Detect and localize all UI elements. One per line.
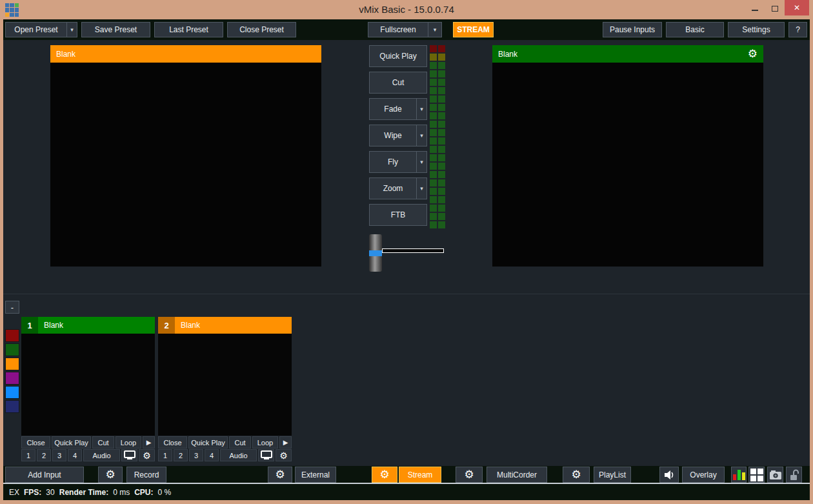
snapshot-button[interactable] <box>767 467 783 483</box>
output-monitor: Blank ⚙ <box>492 45 763 267</box>
save-preset-button[interactable]: Save Preset <box>81 22 150 37</box>
fade-button[interactable]: Fade ▾ <box>369 98 427 120</box>
input-1-quick-play-button[interactable]: Quick Play <box>52 436 91 449</box>
fullscreen-button[interactable]: Fullscreen ▾ <box>368 22 442 37</box>
unlocked-padlock-icon <box>789 469 799 481</box>
pause-inputs-button[interactable]: Pause Inputs <box>603 22 662 37</box>
input-2-overlay-1-button[interactable]: 1 <box>158 449 172 461</box>
record-settings-button[interactable]: ⚙ <box>98 467 123 483</box>
top-toolbar: Open Preset ▾ Save Preset Last Preset Cl… <box>3 19 810 40</box>
fly-button[interactable]: Fly ▾ <box>369 151 427 173</box>
input-2-loop-button[interactable]: Loop <box>252 436 278 449</box>
color-swatch-green[interactable] <box>5 343 19 356</box>
fade-label: Fade <box>370 99 416 119</box>
meter-cell <box>438 137 445 145</box>
input-2-thumbnail[interactable] <box>158 334 292 436</box>
input-1-play-button[interactable]: ▶ <box>143 436 155 449</box>
monitor-icon <box>124 450 136 460</box>
ftb-button[interactable]: FTB <box>369 204 427 226</box>
input-1-close-button[interactable]: Close <box>21 436 50 449</box>
color-swatch-blue[interactable] <box>5 386 19 399</box>
fade-dropdown[interactable]: ▾ <box>416 99 427 119</box>
input-1-overlay-2-button[interactable]: 2 <box>37 449 51 461</box>
input-1-thumbnail[interactable] <box>21 334 155 436</box>
input-2-cut-button[interactable]: Cut <box>229 436 251 449</box>
input-2-quick-play-button[interactable]: Quick Play <box>188 436 228 449</box>
input-1-loop-button[interactable]: Loop <box>115 436 141 449</box>
overlay-button[interactable]: Overlay <box>682 467 725 483</box>
input-1-audio-button[interactable]: Audio <box>83 449 120 461</box>
input-2-overlay-row: 1 2 3 4 Audio ⚙ <box>158 449 292 461</box>
maximize-button[interactable] <box>765 0 785 15</box>
audio-meter-right-column <box>438 45 445 228</box>
stream-settings-button[interactable]: ⚙ <box>372 467 397 483</box>
title-bar: vMix Basic - 15.0.0.74 ✕ <box>0 0 813 19</box>
input-2-overlay-2-button[interactable]: 2 <box>174 449 188 461</box>
audio-levels-button[interactable] <box>731 467 747 483</box>
close-button[interactable]: ✕ <box>785 0 809 15</box>
zoom-dropdown[interactable]: ▾ <box>416 178 427 199</box>
input-1-overlay-3-button[interactable]: 3 <box>52 449 66 461</box>
basic-button[interactable]: Basic <box>666 22 724 37</box>
meter-cell <box>430 154 437 161</box>
playlist-settings-button[interactable]: ⚙ <box>563 467 590 483</box>
output-settings-gear-icon[interactable]: ⚙ <box>748 48 758 59</box>
open-preset-dropdown[interactable]: ▾ <box>66 23 77 37</box>
multicorder-button[interactable]: MultiCorder <box>487 467 547 483</box>
minimize-button[interactable] <box>745 0 765 15</box>
settings-button[interactable]: Settings <box>728 22 785 37</box>
input-1-cut-button[interactable]: Cut <box>92 436 114 449</box>
input-1-settings-button[interactable]: ⚙ <box>139 449 155 461</box>
close-icon: ✕ <box>794 3 800 12</box>
wipe-label: Wipe <box>370 125 416 146</box>
tbar-handle[interactable] <box>369 234 382 272</box>
input-2-audio-button[interactable]: Audio <box>220 449 257 461</box>
input-2-settings-button[interactable]: ⚙ <box>276 449 292 461</box>
input-2-overlay-3-button[interactable]: 3 <box>189 449 203 461</box>
open-preset-button[interactable]: Open Preset ▾ <box>5 22 77 37</box>
input-2-close-button[interactable]: Close <box>158 436 187 449</box>
section-divider <box>3 294 810 294</box>
last-preset-button[interactable]: Last Preset <box>154 22 223 37</box>
transition-panel: Quick Play Cut Fade ▾ Wipe ▾ Fly ▾ Zoom … <box>369 45 427 226</box>
color-swatch-purple[interactable] <box>5 372 19 385</box>
meter-cell <box>438 163 445 170</box>
zoom-button[interactable]: Zoom ▾ <box>369 177 427 199</box>
multiview-button[interactable] <box>748 467 765 483</box>
input-1-fullscreen-button[interactable] <box>121 449 137 461</box>
close-preset-button[interactable]: Close Preset <box>227 22 296 37</box>
wipe-button[interactable]: Wipe ▾ <box>369 125 427 146</box>
input-2-overlay-4-button[interactable]: 4 <box>205 449 219 461</box>
cut-button[interactable]: Cut <box>369 72 427 94</box>
color-swatch-column <box>5 329 19 413</box>
help-button[interactable]: ? <box>788 22 807 37</box>
input-1-overlay-1-button[interactable]: 1 <box>21 449 35 461</box>
stream-indicator-button[interactable]: STREAM <box>453 22 494 37</box>
maximize-icon <box>772 6 778 12</box>
color-swatch-navy[interactable] <box>5 400 19 413</box>
external-button[interactable]: External <box>295 467 336 483</box>
meter-cell <box>430 163 437 170</box>
playlist-button[interactable]: PlayList <box>594 467 631 483</box>
audio-mixer-button[interactable] <box>659 467 679 483</box>
add-input-button[interactable]: Add Input <box>5 467 84 483</box>
collapse-inputs-button[interactable]: - <box>5 301 19 314</box>
input-2-fullscreen-button[interactable] <box>258 449 274 461</box>
lock-button[interactable] <box>786 467 802 483</box>
quick-play-button[interactable]: Quick Play <box>369 45 427 67</box>
input-1-header[interactable]: 1 Blank <box>21 317 155 334</box>
stream-button[interactable]: Stream <box>399 467 441 483</box>
input-1-overlay-4-button[interactable]: 4 <box>68 449 82 461</box>
color-swatch-orange[interactable] <box>5 358 19 370</box>
wipe-dropdown[interactable]: ▾ <box>416 125 427 146</box>
input-2-header[interactable]: 2 Blank <box>158 317 292 334</box>
input-2-play-button[interactable]: ▶ <box>279 436 292 449</box>
external-settings-button[interactable]: ⚙ <box>268 467 292 483</box>
meter-cell <box>430 112 437 119</box>
color-swatch-red[interactable] <box>5 329 19 342</box>
fullscreen-dropdown[interactable]: ▾ <box>428 23 441 37</box>
multicorder-settings-button[interactable]: ⚙ <box>456 467 483 483</box>
chevron-down-icon: ▾ <box>420 106 423 112</box>
record-button[interactable]: Record <box>126 467 166 483</box>
fly-dropdown[interactable]: ▾ <box>416 152 427 172</box>
